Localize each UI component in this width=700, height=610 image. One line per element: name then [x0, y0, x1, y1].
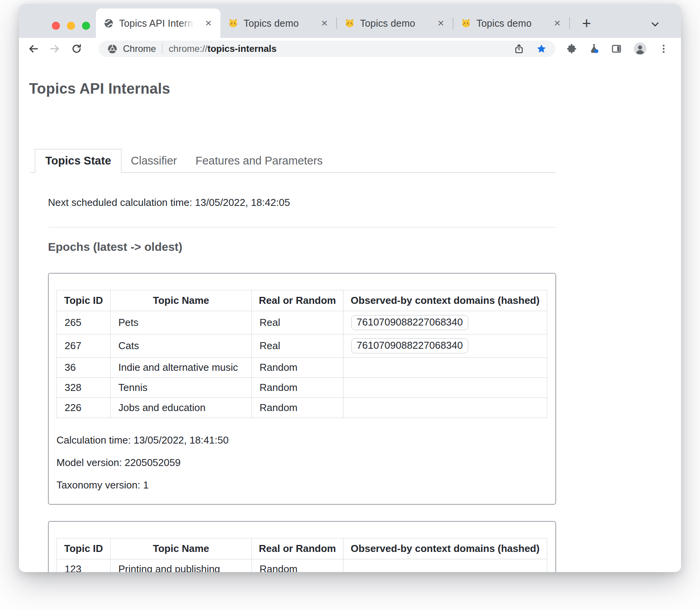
close-window-button[interactable] [52, 22, 60, 30]
tab-search-chevron-icon[interactable] [649, 19, 661, 30]
forward-button[interactable] [49, 43, 61, 55]
observed-domains-cell: 7610709088227068340 [343, 334, 547, 358]
model-version: Model version: 2205052059 [56, 451, 545, 474]
real-or-random-cell: Random [252, 358, 343, 378]
extensions-puzzle-icon[interactable] [566, 43, 577, 54]
chrome-logo-icon [107, 44, 118, 54]
col-topic-name: Topic Name [111, 538, 252, 559]
share-icon[interactable] [514, 43, 524, 54]
browser-toolbar: Chrome chrome://topics-internals [19, 38, 681, 60]
experiments-flask-icon[interactable] [589, 43, 599, 54]
page-tab-strip: Topics State Classifier Features and Par… [30, 149, 556, 173]
real-or-random-cell: Real [252, 334, 343, 358]
page-content: Topics API Internals Topics State Classi… [19, 60, 681, 572]
side-panel-icon[interactable] [611, 43, 622, 54]
tab-topics-state[interactable]: Topics State [35, 149, 121, 173]
real-or-random-cell: Random [252, 378, 343, 398]
table-row: 36 Indie and alternative music Random [57, 358, 547, 378]
table-header-row: Topic ID Topic Name Real or Random Obser… [57, 290, 547, 311]
observed-domains-cell [343, 398, 547, 418]
epoch-metadata: Calculation time: 13/05/2022, 18:41:50 M… [56, 429, 545, 496]
table-header-row: Topic ID Topic Name Real or Random Obser… [57, 538, 547, 559]
topic-id-cell: 36 [57, 358, 111, 378]
real-or-random-cell: Random [252, 559, 343, 572]
tab-title: Topics demo [244, 18, 314, 29]
browser-tab-topics-internals[interactable]: Topics API Intern × [96, 9, 220, 38]
next-calculation-time: Next scheduled calculation time: 13/05/2… [48, 197, 681, 209]
new-tab-button[interactable]: + [579, 15, 594, 31]
bookmark-star-icon[interactable] [536, 43, 547, 54]
topics-table: Topic ID Topic Name Real or Random Obser… [56, 538, 547, 572]
col-real-or-random: Real or Random [252, 290, 343, 311]
observed-domains-cell: 7610709088227068340 [343, 311, 547, 334]
url-scheme: chrome:// [169, 43, 207, 54]
table-row: 265 Pets Real 7610709088227068340 [57, 311, 547, 334]
real-or-random-cell: Real [252, 311, 343, 334]
url-host: topics-internals [207, 43, 277, 54]
cat-favicon-icon [228, 18, 238, 28]
window-controls [52, 22, 90, 30]
topic-id-cell: 226 [57, 398, 111, 418]
table-row: 123 Printing and publishing Random [57, 559, 547, 572]
cat-favicon-icon [345, 18, 355, 28]
hashed-domain-chip: 7610709088227068340 [351, 338, 468, 353]
col-topic-name: Topic Name [111, 290, 252, 311]
topic-id-cell: 328 [57, 378, 111, 398]
page-title: Topics API Internals [29, 81, 681, 97]
hashed-domain-chip: 7610709088227068340 [351, 315, 468, 330]
reload-button[interactable] [71, 43, 82, 55]
topic-id-cell: 123 [57, 559, 111, 572]
table-row: 267 Cats Real 7610709088227068340 [57, 334, 547, 358]
minimize-window-button[interactable] [67, 22, 75, 30]
topic-name-cell: Tennis [111, 378, 252, 398]
browser-tab-topics-demo-3[interactable]: Topics demo × [453, 9, 569, 38]
cat-favicon-icon [461, 18, 471, 28]
calculation-time: Calculation time: 13/05/2022, 18:41:50 [56, 429, 545, 451]
topic-name-cell: Cats [111, 334, 252, 358]
topic-id-cell: 267 [57, 334, 111, 358]
omnibox-url: chrome://topics-internals [169, 43, 277, 54]
browser-tab-strip: Topics API Intern × Topics demo × [19, 4, 681, 38]
tab-title: Topics demo [476, 18, 547, 29]
browser-tab-topics-demo-2[interactable]: Topics demo × [337, 9, 453, 38]
col-real-or-random: Real or Random [252, 538, 343, 559]
taxonomy-version: Taxonomy version: 1 [56, 474, 545, 496]
tab-close-icon[interactable]: × [551, 18, 563, 29]
tabs-container: Topics API Intern × Topics demo × [96, 9, 594, 38]
topic-name-cell: Printing and publishing [111, 559, 252, 572]
epoch-panel: Topic ID Topic Name Real or Random Obser… [48, 273, 556, 505]
tab-close-icon[interactable]: × [319, 18, 330, 29]
epochs-heading: Epochs (latest -> oldest) [48, 240, 681, 254]
topics-table: Topic ID Topic Name Real or Random Obser… [56, 290, 547, 418]
fullscreen-window-button[interactable] [82, 22, 90, 30]
toolbar-action-icons [566, 42, 669, 55]
observed-domains-cell [343, 378, 547, 398]
browser-tab-topics-demo-1[interactable]: Topics demo × [220, 9, 336, 38]
col-topic-id: Topic ID [57, 290, 111, 311]
back-button[interactable] [27, 43, 39, 55]
epoch-panel: Topic ID Topic Name Real or Random Obser… [48, 521, 556, 572]
menu-dots-icon[interactable] [658, 43, 669, 54]
omnibox-separator [162, 44, 162, 54]
table-row: 226 Jobs and education Random [57, 398, 547, 418]
observed-domains-cell [343, 559, 547, 572]
table-row: 328 Tennis Random [57, 378, 547, 398]
topic-name-cell: Jobs and education [111, 398, 252, 418]
divider [48, 227, 556, 228]
topic-name-cell: Indie and alternative music [111, 358, 252, 378]
observed-domains-cell [343, 358, 547, 378]
tab-classifier[interactable]: Classifier [121, 149, 186, 172]
real-or-random-cell: Random [252, 398, 343, 418]
tab-close-icon[interactable]: × [435, 18, 447, 29]
col-topic-id: Topic ID [57, 538, 111, 559]
tab-title: Topics demo [360, 18, 430, 29]
omnibox-address-bar[interactable]: Chrome chrome://topics-internals [99, 41, 555, 57]
topic-id-cell: 265 [57, 311, 111, 334]
globe-favicon-icon [104, 18, 114, 28]
tab-separator [569, 17, 570, 29]
topic-name-cell: Pets [111, 311, 252, 334]
tab-close-icon[interactable]: × [203, 18, 214, 29]
profile-avatar[interactable] [633, 42, 647, 55]
tab-features-and-parameters[interactable]: Features and Parameters [186, 149, 332, 172]
browser-window: Topics API Intern × Topics demo × [19, 4, 681, 572]
